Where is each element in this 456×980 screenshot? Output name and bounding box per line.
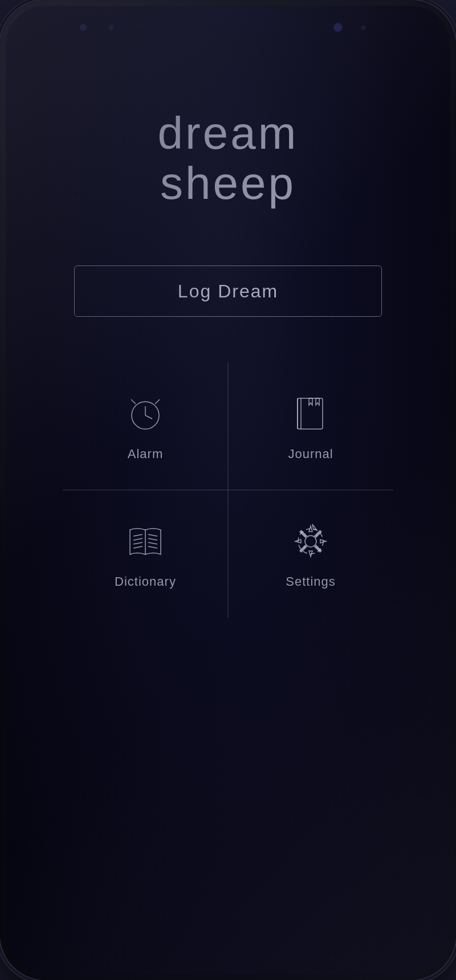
journal-menu-item[interactable]: Journal bbox=[228, 362, 393, 490]
alarm-menu-item[interactable]: Alarm bbox=[63, 362, 228, 490]
front-sensor-left bbox=[108, 24, 114, 30]
svg-line-3 bbox=[131, 399, 136, 404]
log-dream-label: Log Dream bbox=[178, 281, 278, 302]
svg-point-19 bbox=[305, 536, 316, 547]
clock-svg bbox=[125, 394, 165, 434]
app-title-line1: dream bbox=[158, 108, 299, 158]
svg-line-11 bbox=[133, 534, 142, 536]
dictionary-icon bbox=[123, 518, 168, 564]
svg-line-4 bbox=[155, 399, 160, 404]
phone-frame: dream sheep Log Dream bbox=[0, 0, 456, 980]
journal-label: Journal bbox=[288, 447, 333, 462]
settings-label: Settings bbox=[286, 574, 336, 589]
settings-svg bbox=[291, 521, 331, 561]
proximity-sensor bbox=[361, 25, 366, 30]
svg-line-16 bbox=[148, 538, 157, 540]
svg-line-18 bbox=[148, 546, 157, 548]
front-camera-left bbox=[80, 24, 87, 31]
alarm-label: Alarm bbox=[128, 447, 163, 462]
svg-line-13 bbox=[133, 542, 142, 544]
app-title: dream sheep bbox=[158, 108, 299, 209]
svg-line-14 bbox=[133, 546, 142, 548]
dictionary-svg bbox=[125, 521, 165, 561]
clock-icon bbox=[123, 391, 168, 436]
svg-line-12 bbox=[133, 538, 142, 540]
svg-line-17 bbox=[148, 542, 157, 544]
main-content: dream sheep Log Dream bbox=[6, 51, 450, 974]
menu-grid: Alarm bbox=[63, 362, 393, 618]
app-title-line2: sheep bbox=[158, 158, 299, 209]
svg-line-2 bbox=[145, 415, 152, 419]
log-dream-button[interactable]: Log Dream bbox=[74, 266, 382, 317]
settings-icon bbox=[288, 518, 333, 564]
notch-area bbox=[6, 6, 450, 51]
settings-menu-item[interactable]: Settings bbox=[228, 490, 393, 618]
dictionary-menu-item[interactable]: Dictionary bbox=[63, 490, 228, 618]
earpiece-speaker bbox=[194, 22, 262, 32]
journal-svg bbox=[291, 394, 331, 434]
phone-screen: dream sheep Log Dream bbox=[6, 6, 450, 974]
svg-line-15 bbox=[148, 534, 157, 536]
journal-icon bbox=[288, 391, 333, 436]
dictionary-label: Dictionary bbox=[115, 574, 176, 589]
front-camera-main bbox=[334, 23, 342, 31]
